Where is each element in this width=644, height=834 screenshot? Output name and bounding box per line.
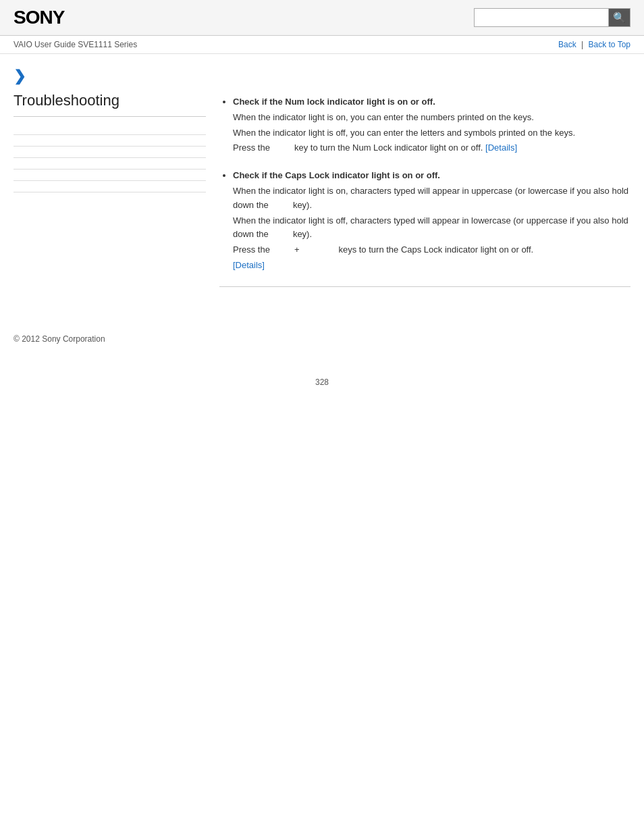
detail-text-2a: When the indicator light is on, characte… [233, 184, 630, 213]
page-number: 328 [0, 377, 644, 400]
sidebar: Troubleshooting [14, 92, 206, 294]
bullet-text-2: Check if the Caps Lock indicator light i… [233, 170, 440, 180]
sidebar-item [14, 124, 206, 135]
sidebar-item [14, 158, 206, 170]
search-input[interactable] [474, 8, 609, 27]
sidebar-item [14, 181, 206, 192]
footer: © 2012 Sony Corporation [0, 321, 644, 357]
detail-text-1c: Press the key to turn the Num Lock indic… [233, 141, 630, 155]
search-icon: 🔍 [613, 11, 626, 24]
details-link-1[interactable]: [Details] [485, 142, 517, 153]
chevron-right-icon: ❯ [14, 68, 26, 84]
search-button[interactable]: 🔍 [609, 8, 630, 27]
sidebar-item [14, 170, 206, 181]
sidebar-item [14, 135, 206, 147]
copyright-text: © 2012 Sony Corporation [14, 334, 105, 344]
detail-text-2d: [Details] [233, 259, 630, 273]
list-item: Check if the Num lock indicator light is… [233, 95, 630, 155]
detail-text-2c: Press the + keys to turn the Caps Lock i… [233, 243, 630, 257]
main-content: Troubleshooting Check if the Num lock in… [0, 92, 644, 294]
sidebar-title: Troubleshooting [14, 92, 206, 117]
content-list: Check if the Num lock indicator light is… [219, 95, 630, 273]
details-link-2[interactable]: [Details] [233, 260, 265, 270]
list-item: Check if the Caps Lock indicator light i… [233, 169, 630, 273]
sidebar-item [14, 147, 206, 158]
detail-text-1b: When the indicator light is off, you can… [233, 126, 630, 140]
back-to-top-link[interactable]: Back to Top [589, 40, 630, 49]
search-area: 🔍 [474, 8, 630, 27]
bullet-text-1: Check if the Num lock indicator light is… [233, 97, 435, 107]
nav-bar: VAIO User Guide SVE1111 Series Back | Ba… [0, 36, 644, 54]
guide-title: VAIO User Guide SVE1111 Series [14, 40, 137, 49]
nav-separator: | [581, 40, 583, 49]
content-area: Check if the Num lock indicator light is… [219, 92, 630, 294]
sony-logo: SONY [14, 7, 64, 28]
chevron-area: ❯ [0, 54, 644, 92]
nav-links: Back | Back to Top [558, 40, 630, 49]
back-link[interactable]: Back [558, 40, 576, 49]
detail-text-1a: When the indicator light is on, you can … [233, 111, 630, 125]
page-header: SONY 🔍 [0, 0, 644, 36]
detail-text-2b: When the indicator light is off, charact… [233, 214, 630, 242]
content-divider [219, 286, 630, 287]
